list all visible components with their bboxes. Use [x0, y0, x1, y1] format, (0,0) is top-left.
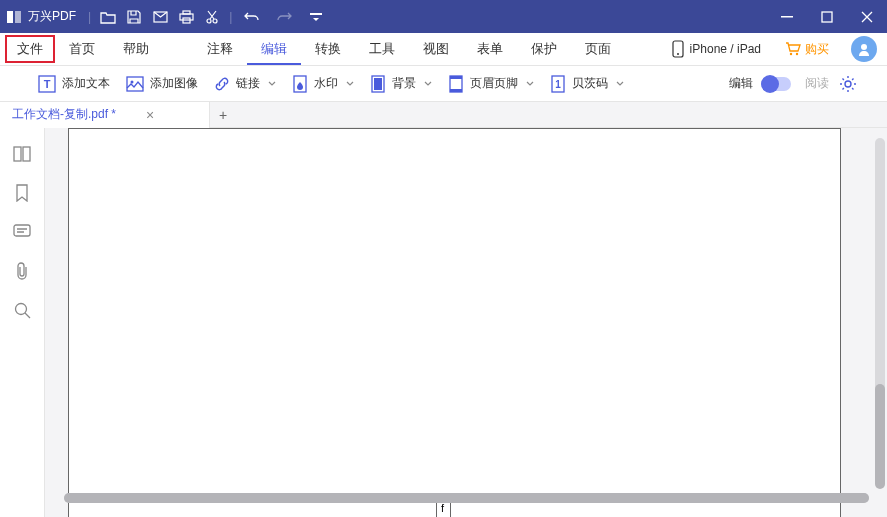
- watermark-icon: [292, 75, 308, 93]
- menu-comment[interactable]: 注释: [193, 33, 247, 65]
- chevron-down-icon[interactable]: [526, 81, 534, 86]
- attachment-icon[interactable]: [15, 262, 29, 280]
- tabbar: 工作文档-复制.pdf * × +: [0, 102, 887, 128]
- document-tab[interactable]: 工作文档-复制.pdf * ×: [0, 102, 210, 128]
- add-image-label: 添加图像: [150, 75, 198, 92]
- user-avatar[interactable]: [851, 36, 877, 62]
- separator: |: [229, 10, 232, 24]
- bates-button[interactable]: 1 贝茨码: [542, 66, 632, 102]
- chevron-down-icon[interactable]: [268, 81, 276, 86]
- titlebar: 万兴PDF | |: [0, 0, 887, 33]
- svg-rect-29: [14, 147, 21, 161]
- svg-point-32: [15, 304, 26, 315]
- thumbnails-icon[interactable]: [13, 146, 31, 162]
- quick-access-dropdown-icon[interactable]: [300, 0, 332, 33]
- menu-edit[interactable]: 编辑: [247, 33, 301, 65]
- edit-toolbar: T 添加文本 添加图像 链接 水印 背景 页眉页脚 1 贝茨码 编辑 阅读: [0, 66, 887, 102]
- cut-icon[interactable]: [199, 0, 225, 33]
- svg-rect-10: [822, 12, 832, 22]
- svg-rect-4: [180, 14, 193, 20]
- svg-rect-30: [23, 147, 30, 161]
- menu-convert[interactable]: 转换: [301, 33, 355, 65]
- svg-text:1: 1: [555, 79, 561, 90]
- svg-point-15: [861, 44, 867, 50]
- watermark-button[interactable]: 水印: [284, 66, 362, 102]
- menu-view[interactable]: 视图: [409, 33, 463, 65]
- svg-rect-9: [781, 16, 793, 18]
- chevron-down-icon[interactable]: [424, 81, 432, 86]
- background-label: 背景: [392, 75, 416, 92]
- search-icon[interactable]: [14, 302, 31, 319]
- svg-point-13: [790, 53, 792, 55]
- menubar: 文件 首页 帮助 注释 编辑 转换 工具 视图 表单 保护 页面 iPhone …: [0, 33, 887, 66]
- svg-rect-1: [15, 11, 21, 23]
- svg-point-12: [677, 53, 679, 55]
- save-icon[interactable]: [121, 0, 147, 33]
- background-button[interactable]: 背景: [362, 66, 440, 102]
- comments-icon[interactable]: [13, 224, 31, 240]
- horizontal-scrollbar[interactable]: [64, 493, 869, 503]
- menu-page[interactable]: 页面: [571, 33, 625, 65]
- vertical-scroll-thumb[interactable]: [875, 384, 885, 489]
- image-icon: [126, 76, 144, 92]
- svg-rect-18: [127, 77, 143, 91]
- redo-icon[interactable]: [268, 0, 300, 33]
- svg-point-28: [845, 81, 851, 87]
- buy-button[interactable]: 购买: [773, 41, 841, 58]
- cart-icon: [785, 42, 801, 56]
- text-icon: T: [38, 75, 56, 93]
- open-icon[interactable]: [95, 0, 121, 33]
- tab-title: 工作文档-复制.pdf *: [12, 106, 116, 123]
- menu-tools[interactable]: 工具: [355, 33, 409, 65]
- maximize-button[interactable]: [807, 0, 847, 33]
- bates-icon: 1: [550, 75, 566, 93]
- close-tab-icon[interactable]: ×: [146, 107, 154, 123]
- left-sidebar: [0, 128, 45, 517]
- add-tab-button[interactable]: +: [210, 102, 236, 128]
- minimize-button[interactable]: [767, 0, 807, 33]
- menu-file[interactable]: 文件: [5, 35, 55, 63]
- workspace: f: [0, 128, 887, 517]
- svg-text:T: T: [44, 78, 51, 90]
- print-icon[interactable]: [173, 0, 199, 33]
- mail-icon[interactable]: [147, 0, 173, 33]
- watermark-label: 水印: [314, 75, 338, 92]
- mode-edit-label: 编辑: [729, 75, 753, 92]
- phone-icon: [672, 40, 684, 58]
- pdf-page[interactable]: f: [68, 128, 841, 517]
- menu-help[interactable]: 帮助: [109, 33, 163, 65]
- device-label: iPhone / iPad: [690, 42, 761, 56]
- menu-form[interactable]: 表单: [463, 33, 517, 65]
- svg-rect-25: [450, 89, 462, 92]
- user-icon: [857, 42, 871, 56]
- link-icon: [214, 76, 230, 92]
- header-footer-button[interactable]: 页眉页脚: [440, 66, 542, 102]
- add-image-button[interactable]: 添加图像: [118, 66, 206, 102]
- canvas-area[interactable]: f: [45, 128, 887, 517]
- svg-rect-24: [450, 76, 462, 79]
- menu-protect[interactable]: 保护: [517, 33, 571, 65]
- svg-rect-22: [374, 78, 382, 90]
- add-text-button[interactable]: T 添加文本: [30, 66, 118, 102]
- header-footer-icon: [448, 75, 464, 93]
- mode-read-label: 阅读: [805, 75, 829, 92]
- close-button[interactable]: [847, 0, 887, 33]
- device-button[interactable]: iPhone / iPad: [660, 33, 773, 66]
- edit-read-toggle[interactable]: [761, 77, 791, 91]
- svg-rect-0: [7, 11, 13, 23]
- app-title: 万兴PDF: [28, 8, 76, 25]
- vertical-scrollbar[interactable]: [875, 138, 885, 487]
- link-button[interactable]: 链接: [206, 66, 284, 102]
- bates-label: 贝茨码: [572, 75, 608, 92]
- app-logo-icon: [0, 0, 28, 33]
- horizontal-scroll-thumb[interactable]: [64, 493, 869, 503]
- svg-rect-31: [14, 225, 30, 236]
- bookmark-icon[interactable]: [15, 184, 29, 202]
- settings-icon[interactable]: [839, 75, 857, 93]
- chevron-down-icon[interactable]: [616, 81, 624, 86]
- undo-icon[interactable]: [236, 0, 268, 33]
- svg-rect-8: [310, 13, 322, 15]
- svg-point-19: [131, 80, 134, 83]
- chevron-down-icon[interactable]: [346, 81, 354, 86]
- menu-home[interactable]: 首页: [55, 33, 109, 65]
